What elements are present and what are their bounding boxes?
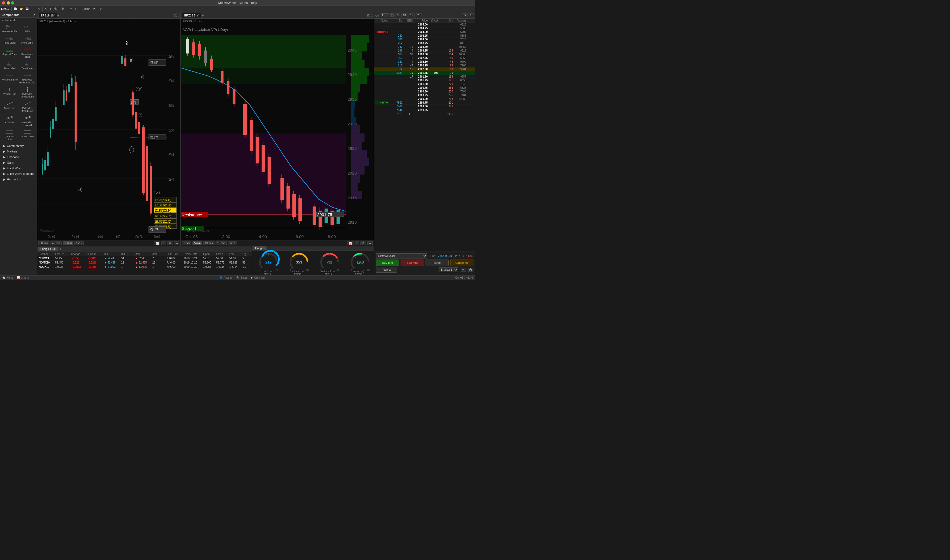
sb-optimize-btn[interactable]: ⚡ Optimize bbox=[250, 276, 264, 279]
chart2-tf-10min[interactable]: 10 min bbox=[204, 241, 214, 245]
chart1-tf-more[interactable]: >>12 bbox=[74, 241, 84, 245]
positions-add-tab[interactable]: + bbox=[59, 247, 62, 251]
sidebar-item-support-zone[interactable]: Support Zone bbox=[1, 46, 19, 60]
chart2-tf-more[interactable]: >>11 bbox=[228, 241, 237, 245]
ob-row[interactable]: 156102902.75506962 bbox=[374, 56, 475, 60]
ob-cell-price[interactable]: 2900.50 bbox=[414, 90, 429, 93]
ob-qty-20[interactable]: 20 bbox=[416, 13, 422, 17]
toolbar-open[interactable]: 📂 bbox=[19, 7, 24, 11]
sidebar-item-tirone-levels[interactable]: Tirone Levels bbox=[19, 128, 36, 142]
sb-charts[interactable]: 📊 Charts bbox=[17, 276, 29, 279]
sidebar-item-vertical-line[interactable]: Vertical Line bbox=[1, 86, 19, 100]
chart1-toolbar-icon1[interactable]: 📊 bbox=[154, 241, 160, 245]
sidebar-item-resistance-zone[interactable]: Resistance Zone bbox=[19, 46, 36, 60]
sidebar-general-header[interactable]: ▼ General bbox=[0, 18, 37, 23]
toolbar-zoom-out[interactable]: 🔍- bbox=[60, 7, 66, 11]
toolbar-new[interactable]: 📄 bbox=[13, 7, 18, 11]
cancel-all-button[interactable]: Cancel All bbox=[450, 260, 473, 266]
maximize-button[interactable] bbox=[11, 2, 14, 5]
ob-cell-price[interactable]: 2899.25 bbox=[414, 109, 429, 112]
chart1-tf-1hour[interactable]: 1 hour bbox=[63, 241, 73, 245]
chart1-toolbar-icon3[interactable]: 👁 bbox=[167, 241, 173, 245]
ob-cell-price[interactable]: 2903.50 bbox=[414, 45, 429, 48]
sidebar-item-channel[interactable]: Channel bbox=[1, 114, 19, 128]
ob-cell-price[interactable]: 2904.25 bbox=[414, 34, 429, 37]
chart1-max-btn[interactable]: ⛶ bbox=[176, 13, 179, 17]
close-button[interactable] bbox=[2, 2, 5, 5]
account-select[interactable]: SIMmwaveapi bbox=[376, 254, 427, 258]
gauges-tab[interactable]: Gauges bbox=[253, 246, 267, 250]
ob-row[interactable]: 187992903.0010410663 bbox=[374, 52, 475, 56]
ob-cell-price[interactable]: 2904.00 bbox=[414, 38, 429, 41]
ob-cell-price[interactable]: 2904.50 bbox=[414, 31, 429, 34]
sidebar-item-horizontal-line[interactable]: Horizontal Line bbox=[1, 71, 19, 85]
sidebar-item-quadrant-lines[interactable]: Quadrant Lines bbox=[1, 128, 19, 142]
chart1-tf-30min[interactable]: 30 min bbox=[38, 241, 49, 245]
sidebar-item-trend-line[interactable]: Trend Line bbox=[1, 100, 19, 114]
sidebar-item-volume-profile[interactable]: Volume Profile bbox=[1, 23, 19, 34]
toolbar-redo[interactable]: ↪ bbox=[37, 7, 41, 11]
ob-cell-price[interactable]: 2904.75 bbox=[414, 27, 429, 30]
ob-settings[interactable]: ⚙ bbox=[462, 13, 467, 17]
positions-tab[interactable]: Energies 5 bbox=[38, 247, 58, 251]
toolbar-crosshair[interactable]: ✛ bbox=[48, 7, 52, 11]
buy-mkt-button[interactable]: Buy Mkt bbox=[376, 260, 399, 266]
ob-row[interactable]: 76442899.25 bbox=[374, 108, 475, 112]
ob-refresh[interactable]: ↻ bbox=[469, 13, 474, 17]
chart2-tab[interactable]: EPZ19 5m* bbox=[182, 13, 202, 17]
sidebar-item-gann[interactable]: ▶ Gann bbox=[0, 160, 37, 166]
ob-cell-price[interactable]: 2899.50 bbox=[414, 105, 429, 108]
ob-cell-price[interactable]: 2901.25 bbox=[414, 79, 429, 82]
ob-row[interactable]: 9039102901.7510679 bbox=[374, 71, 475, 75]
ob-cell-price[interactable]: 2900.00 bbox=[414, 97, 429, 100]
sb-scan-btn[interactable]: 🔍 Scan bbox=[236, 276, 247, 279]
ob-row[interactable]: 14142902.50489790 bbox=[374, 60, 475, 64]
ob-cell-price[interactable]: 2905.00 bbox=[414, 23, 429, 26]
table-row[interactable]: CLEX19 52.45 -0.35 -0.66% ▼ 52.44 34 ▲ 5… bbox=[37, 256, 252, 261]
ob-row[interactable]: 2905.006125 bbox=[374, 23, 475, 26]
chart2-canvas[interactable]: EPZ19 - 5 min bbox=[181, 18, 374, 240]
bracket-select[interactable]: Bracket 1 bbox=[439, 267, 458, 272]
ob-cell-price[interactable]: 2902.50 bbox=[414, 60, 429, 63]
chart2-tf-1min[interactable]: 1 min bbox=[182, 241, 191, 245]
sidebar-item-harmonics[interactable]: ▶ Harmonics bbox=[0, 177, 37, 182]
chart2-toolbar-icon1[interactable]: 📊 bbox=[347, 241, 353, 245]
sidebar-item-ext-horizontal-line[interactable]: Extended Horizontal Line bbox=[19, 71, 36, 85]
ob-cell-price[interactable]: 2901.00 bbox=[414, 83, 429, 86]
chart1-add-tab[interactable]: + bbox=[57, 13, 59, 17]
chart2-tf-5min[interactable]: 5 min bbox=[193, 241, 202, 245]
sidebar-item-time-label-1[interactable]: Time Label bbox=[1, 60, 19, 71]
chart2-add-tab[interactable]: + bbox=[202, 13, 204, 17]
sidebar-item-ext-channel[interactable]: Extended Channel bbox=[19, 114, 36, 128]
ob-row[interactable]: 2900.502307588 bbox=[374, 90, 475, 94]
sidebar-item-price-label-2[interactable]: P Price Label bbox=[19, 35, 36, 45]
ob-row[interactable]: 2901.251718553 bbox=[374, 78, 475, 82]
ob-cell-price[interactable]: 2902.00 bbox=[414, 68, 429, 71]
ob-qty-15[interactable]: 15 bbox=[409, 13, 415, 17]
sidebar-item-elliott-wave-markers[interactable]: ▶ Elliott Wave Markers bbox=[0, 171, 37, 177]
ob-cell-price[interactable]: 2903.75 bbox=[414, 42, 429, 45]
sb-account-btn[interactable]: 👤 Account bbox=[219, 276, 233, 279]
chart2-max-btn[interactable]: ⛶ bbox=[369, 13, 373, 17]
flatten-button[interactable]: Flatten bbox=[426, 260, 449, 266]
toolbar-text[interactable]: T bbox=[74, 7, 78, 11]
table-row[interactable]: HOEX19 1.9027 -0.0008 -0.04% ▼ 1.9022 1 … bbox=[37, 265, 252, 269]
chart1-canvas[interactable]: EPZ19 (Alternate 1) - 1 hour bbox=[37, 18, 180, 240]
chart1-float-btn[interactable]: ⧉ bbox=[174, 13, 176, 17]
ob-cell-price[interactable]: 2903.00 bbox=[414, 53, 429, 56]
toolbar-save[interactable]: 💾 bbox=[25, 7, 30, 11]
chart1-toolbar-icon2[interactable]: ≡ bbox=[161, 241, 166, 245]
ob-row[interactable]: 2900.752545528 bbox=[374, 86, 475, 90]
ob-row[interactable]: 2904.755360 bbox=[374, 26, 475, 30]
ob-cell-price[interactable]: 2902.75 bbox=[414, 57, 429, 60]
ob-row[interactable]: 72122902.00589781 bbox=[374, 68, 475, 71]
toolbar-undo[interactable]: ↩ bbox=[32, 7, 36, 11]
ob-row[interactable]: 19642903.251239528 bbox=[374, 49, 475, 52]
ob-qty-1[interactable]: 1 bbox=[390, 13, 395, 17]
bracket-edit-btn[interactable]: ✏ bbox=[461, 268, 466, 272]
ob-row[interactable]: 118442902.25687905 bbox=[374, 64, 475, 68]
ob-row[interactable]: 2402904.255555 bbox=[374, 34, 475, 38]
reverse-button[interactable]: Reverse bbox=[376, 267, 397, 272]
ob-qty-input[interactable] bbox=[381, 13, 389, 17]
sidebar-item-time-label-2[interactable]: Time Label bbox=[19, 60, 36, 71]
